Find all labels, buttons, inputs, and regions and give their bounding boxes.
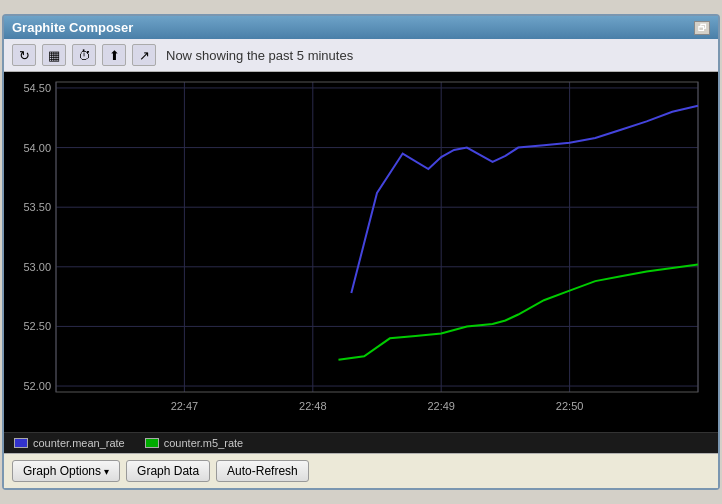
title-bar: Graphite Composer 🗗 [4, 16, 718, 39]
restore-button[interactable]: 🗗 [694, 21, 710, 35]
legend-label-m5: counter.m5_rate [164, 437, 244, 449]
legend-bar: counter.mean_rate counter.m5_rate [4, 432, 718, 453]
legend-label-mean: counter.mean_rate [33, 437, 125, 449]
chart-area [4, 72, 718, 432]
calendar-icon[interactable]: ▦ [42, 44, 66, 66]
share-icon[interactable]: ↗ [132, 44, 156, 66]
bottom-bar: Graph Options Graph Data Auto-Refresh [4, 453, 718, 488]
upload-icon[interactable]: ⬆ [102, 44, 126, 66]
graph-data-button[interactable]: Graph Data [126, 460, 210, 482]
window-title: Graphite Composer [12, 20, 133, 35]
clock-icon[interactable]: ⏱ [72, 44, 96, 66]
legend-color-m5 [145, 438, 159, 448]
main-window: Graphite Composer 🗗 ↻ ▦ ⏱ ⬆ ↗ Now showin… [2, 14, 720, 490]
status-text: Now showing the past 5 minutes [166, 48, 353, 63]
legend-item-m5: counter.m5_rate [145, 437, 244, 449]
chart-canvas [4, 72, 718, 432]
title-bar-buttons: 🗗 [694, 21, 710, 35]
legend-color-mean [14, 438, 28, 448]
graph-options-button[interactable]: Graph Options [12, 460, 120, 482]
auto-refresh-button[interactable]: Auto-Refresh [216, 460, 309, 482]
refresh-icon[interactable]: ↻ [12, 44, 36, 66]
legend-item-mean: counter.mean_rate [14, 437, 125, 449]
toolbar: ↻ ▦ ⏱ ⬆ ↗ Now showing the past 5 minutes [4, 39, 718, 72]
